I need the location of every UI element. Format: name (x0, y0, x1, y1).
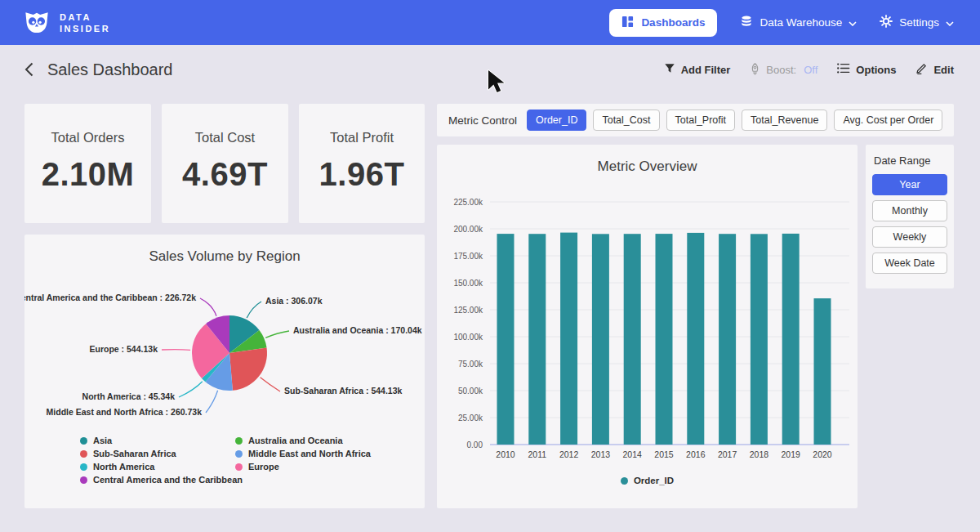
legend-item-order-id[interactable]: Order_ID (621, 474, 674, 487)
metric-option-total-cost[interactable]: Total_Cost (593, 110, 659, 131)
metric-option-avg-cost-per-order[interactable]: Avg. Cost per Order (834, 110, 942, 131)
options-list-icon (837, 63, 850, 76)
nav-settings-label: Settings (899, 16, 939, 29)
chevron-down-icon (849, 16, 857, 29)
brand[interactable]: DATA INSIDER (23, 8, 110, 38)
boost-label: Boost: (766, 64, 796, 76)
kpi-label: Total Profit (299, 130, 425, 145)
date-range-label: Date Range (874, 154, 947, 167)
add-filter-button[interactable]: Add Filter (664, 63, 731, 77)
x-tick-label: 2013 (591, 449, 611, 459)
legend-dot (235, 437, 243, 445)
dashboard-grid-icon (621, 16, 634, 30)
nav-data-warehouse[interactable]: Data Warehouse (740, 15, 857, 31)
bar-chart-legend: Order_ID (437, 474, 858, 487)
x-tick-label: 2017 (718, 449, 737, 459)
y-tick-label: 150.00k (453, 279, 483, 288)
x-tick-label: 2011 (528, 449, 547, 459)
metric-option-total-profit[interactable]: Total_Profit (666, 110, 736, 131)
legend-dot (235, 450, 243, 458)
nav-dashboards-label: Dashboards (641, 16, 705, 29)
back-button[interactable] (23, 60, 35, 78)
pie-slice-sub-saharan-africa[interactable] (229, 347, 267, 390)
pie-legend: AsiaSub-Saharan AfricaNorth AmericaCentr… (80, 434, 390, 486)
legend-dot (80, 463, 87, 471)
legend-dot (621, 477, 628, 485)
pie-leader-line (247, 302, 261, 318)
legend-item-sub-saharan-africa[interactable]: Sub-Saharan Africa (80, 447, 235, 460)
bar-2014[interactable] (624, 234, 641, 445)
bar-2017[interactable] (719, 234, 736, 445)
bar-2019[interactable] (782, 234, 800, 445)
date-range-option-week-date[interactable]: Week Date (872, 253, 947, 274)
kpi-value: 4.69T (162, 156, 288, 193)
pie-leader-line (162, 350, 190, 351)
legend-label: Sub-Saharan Africa (93, 449, 176, 458)
boost-indicator[interactable]: Boost:Off (750, 62, 817, 78)
metric-option-total-revenue[interactable]: Total_Revenue (742, 110, 827, 131)
y-tick-label: 75.00k (458, 360, 483, 369)
owl-logo-icon (23, 8, 51, 38)
add-filter-label: Add Filter (681, 64, 731, 76)
metric-control-label: Metric Control (448, 114, 517, 127)
kpi-value: 2.10M (24, 156, 151, 193)
legend-item-north-america[interactable]: North America (80, 460, 235, 473)
pie-label-asia: Asia : 306.07k (265, 296, 323, 306)
y-tick-label: 225.00k (453, 198, 483, 207)
kpi-label: Total Orders (24, 130, 151, 145)
y-tick-label: 0.00 (467, 440, 483, 449)
bar-2010[interactable] (497, 234, 514, 445)
legend-label: Order_ID (634, 476, 674, 485)
top-navbar: DATA INSIDER Dashboards Data Warehouse (0, 0, 980, 45)
boost-value: Off (804, 64, 817, 76)
legend-item-asia[interactable]: Asia (80, 434, 235, 447)
bar-2012[interactable] (560, 233, 577, 445)
legend-item-middle-east-and-north-africa[interactable]: Middle East and North Africa (235, 447, 390, 460)
y-tick-label: 200.00k (453, 225, 483, 234)
x-tick-label: 2018 (750, 449, 769, 459)
filter-funnel-icon (664, 63, 675, 77)
options-button[interactable]: Options (837, 63, 896, 76)
x-tick-label: 2010 (496, 449, 515, 459)
metric-control-bar: Metric Control Order_IDTotal_CostTotal_P… (437, 104, 954, 136)
x-tick-label: 2016 (686, 449, 706, 459)
kpi-card-total-cost: Total Cost 4.69T (162, 104, 288, 223)
x-tick-label: 2020 (813, 449, 832, 459)
bar-2016[interactable] (687, 233, 704, 445)
legend-label: Asia (93, 436, 112, 445)
nav-dashboards-button[interactable]: Dashboards (609, 9, 717, 37)
page-title: Sales Dashboard (47, 60, 172, 79)
pie-chart-card: Sales Volume by Region Asia : 306.07kAus… (24, 235, 425, 508)
sales-dashboard-page: DATA INSIDER Dashboards Data Warehouse (0, 0, 980, 532)
pie-label-australia-and-oceania: Australia and Oceania : 170.04k (293, 325, 422, 335)
boost-rocket-icon (750, 62, 760, 78)
bar-2011[interactable] (528, 234, 546, 445)
nav-settings[interactable]: Settings (880, 15, 954, 30)
bar-2015[interactable] (656, 234, 673, 445)
bar-2018[interactable] (751, 234, 768, 445)
database-icon (740, 15, 753, 31)
bar-2013[interactable] (592, 234, 609, 445)
bar-2020[interactable] (814, 298, 831, 445)
legend-item-central-america-and-the-caribbean[interactable]: Central America and the Caribbean (80, 473, 235, 486)
legend-item-australia-and-oceania[interactable]: Australia and Oceania (235, 434, 390, 447)
pie-leader-line (261, 378, 280, 391)
date-range-option-monthly[interactable]: Monthly (872, 200, 947, 221)
date-range-options: YearMonthlyWeeklyWeek Date (872, 174, 947, 274)
pie-label-europe: Europe : 544.13k (90, 344, 158, 354)
legend-label: North America (93, 462, 154, 472)
date-range-option-year[interactable]: Year (872, 174, 947, 195)
legend-label: Central America and the Caribbean (93, 475, 243, 485)
brand-text: DATA INSIDER (60, 11, 110, 34)
pie-label-north-america: North America : 45.34k (82, 391, 176, 401)
date-range-option-weekly[interactable]: Weekly (872, 226, 947, 248)
pie-leader-line (179, 382, 203, 397)
edit-button[interactable]: Edit (915, 62, 954, 77)
options-label: Options (856, 64, 896, 76)
legend-item-europe[interactable]: Europe (235, 460, 390, 473)
date-range-panel: Date Range YearMonthlyWeeklyWeek Date (866, 145, 954, 288)
y-tick-label: 125.00k (453, 306, 483, 315)
pie-label-central-america-and-the-caribbean: Central America and the Caribbean : 226.… (24, 293, 196, 302)
metric-option-order-id[interactable]: Order_ID (527, 110, 586, 131)
legend-dot (80, 437, 87, 445)
